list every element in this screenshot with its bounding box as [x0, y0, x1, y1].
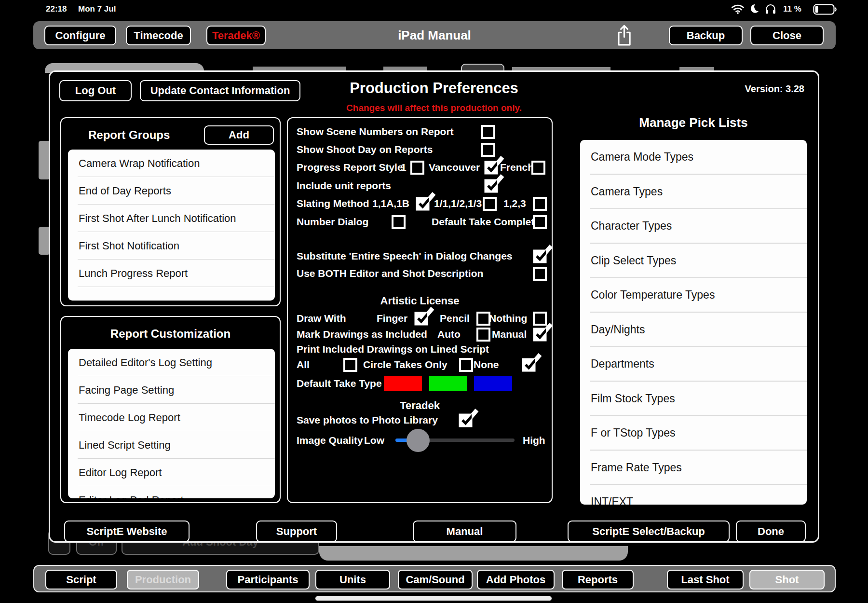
slating-1-1a-1b-checkbox[interactable] [415, 192, 436, 211]
scripte-website-button[interactable]: ScriptE Website [64, 521, 190, 542]
french-checkbox[interactable] [530, 156, 552, 175]
preferences-panel: Show Scene Numbers on Report Show Shoot … [287, 117, 553, 503]
pick-list-item[interactable]: Departments [580, 347, 807, 382]
report-customization-item[interactable]: Detailed Editor's Log Setting [68, 349, 275, 376]
teradek-section-title: Teradek [288, 399, 552, 412]
take-type-blue-swatch[interactable] [474, 376, 512, 391]
report-customization-item[interactable]: Editor Log Report [68, 459, 275, 486]
report-customization-title: Report Customization [61, 327, 280, 341]
slating-1-1a-1b-label: 1,1A,1B [372, 198, 409, 209]
manual-checkbox-label: Manual [492, 329, 527, 340]
background-window-bottom-fragment [319, 546, 628, 561]
auto-label: Auto [437, 329, 461, 340]
manual-button[interactable]: Manual [413, 521, 516, 542]
manual-checkbox[interactable] [532, 323, 553, 342]
add-report-group-button[interactable]: Add [204, 125, 274, 145]
save-photos-label: Save photos to Photo Library [297, 414, 438, 426]
image-quality-high-label: High [523, 435, 545, 446]
substitute-entire-speech-checkbox[interactable] [532, 245, 553, 264]
report-group-item[interactable]: First Shot Notification [68, 232, 275, 260]
report-customization-item-label: Timecode Log Report [79, 411, 180, 424]
vancouver-label: Vancouver [429, 162, 480, 173]
battery-icon [813, 4, 837, 17]
report-group-item-label: Camera Wrap Notification [79, 157, 200, 170]
style-1-label: 1 [401, 162, 407, 173]
pick-list-item[interactable]: Camera Mode Types [580, 140, 807, 175]
pick-list-item[interactable]: INT/EXT [580, 485, 807, 505]
use-both-editor-shot-checkbox[interactable] [532, 262, 553, 281]
support-label: Support [276, 525, 317, 538]
dialog-warning: Changes will affect this production only… [50, 103, 818, 113]
none-checkbox[interactable] [521, 353, 542, 372]
bottom-tab-button[interactable]: Last Shot [667, 570, 744, 589]
bottom-toolbar: ScriptProductionParticipantsUnitsCam/Sou… [33, 565, 836, 592]
report-customization-item[interactable]: Editor Log Pad Report [68, 486, 275, 498]
pick-list-item-label: Character Types [591, 219, 672, 233]
report-customization-item[interactable]: Lined Script Setting [68, 431, 275, 459]
backup-label: Backup [687, 29, 725, 42]
finger-checkbox[interactable] [413, 307, 434, 326]
share-icon[interactable] [615, 24, 633, 49]
scripte-select-backup-button[interactable]: ScriptE Select/Backup [568, 521, 730, 542]
report-group-item[interactable]: End of Day Reports [68, 177, 275, 205]
support-button[interactable]: Support [256, 521, 337, 542]
report-group-item[interactable]: Camera Wrap Notification [68, 150, 275, 177]
pick-list-item[interactable]: Character Types [580, 209, 807, 244]
pick-list-item[interactable]: Clip Select Types [580, 244, 807, 278]
show-shoot-day-checkbox[interactable] [480, 138, 502, 157]
slating-fractions-label: 1/1,1/2,1/3 [434, 198, 482, 209]
bottom-tab-button[interactable]: Reports [562, 570, 634, 589]
bottom-tab-button[interactable]: Cam/Sound [398, 570, 473, 589]
report-customization-item-label: Lined Script Setting [79, 439, 171, 452]
report-customization-item-label: Editor Log Report [79, 466, 162, 479]
circle-takes-only-label: Circle Takes Only [363, 359, 448, 370]
pick-list-item[interactable]: Day/Nights [580, 313, 807, 347]
default-take-complete-label: Default Take Complete [432, 216, 540, 228]
slating-1-2-3-checkbox[interactable] [532, 192, 553, 211]
pick-list-item[interactable]: Frame Rate Types [580, 451, 807, 485]
image-quality-slider[interactable] [395, 439, 515, 442]
none-label: None [474, 359, 499, 370]
bottom-tab-label: Reports [578, 574, 618, 586]
image-quality-thumb[interactable] [407, 429, 430, 452]
report-customization-panel: Report Customization Detailed Editor's L… [60, 316, 281, 503]
home-indicator[interactable] [315, 596, 552, 601]
bottom-tab-label: Production [135, 574, 191, 586]
bottom-tab-button[interactable]: Production [127, 570, 199, 589]
bottom-tab-label: Last Shot [681, 574, 729, 586]
bottom-tab-button[interactable]: Shot [749, 570, 825, 589]
default-take-type-label: Default Take Type [297, 378, 382, 389]
bottom-tab-button[interactable]: Participants [226, 570, 310, 589]
close-button[interactable]: Close [750, 26, 824, 45]
backup-button[interactable]: Backup [669, 26, 743, 45]
style-1-checkbox[interactable] [409, 156, 431, 175]
bottom-tab-button[interactable]: Script [45, 570, 117, 589]
pick-list-item-label: Day/Nights [591, 323, 645, 336]
bottom-tab-button[interactable]: Units [315, 570, 390, 589]
number-dialog-checkbox[interactable] [391, 210, 412, 230]
pencil-label: Pencil [440, 313, 470, 324]
pick-list-item[interactable]: Film Stock Types [580, 382, 807, 416]
artistic-license-title: Artistic License [288, 295, 552, 307]
report-customization-item[interactable]: Timecode Log Report [68, 404, 275, 431]
take-type-green-swatch[interactable] [429, 376, 467, 391]
slating-fractions-checkbox[interactable] [482, 192, 503, 211]
bottom-tab-button[interactable]: Add Photos [477, 570, 555, 589]
report-customization-item[interactable]: Facing Page Setting [68, 376, 275, 404]
include-unit-reports-checkbox[interactable] [483, 174, 504, 193]
pick-list-item[interactable]: Camera Types [580, 175, 807, 209]
pick-list-item-label: Color Temperature Types [591, 288, 715, 302]
show-scene-numbers-checkbox[interactable] [480, 120, 502, 139]
slating-1-2-3-label: 1,2,3 [503, 198, 526, 209]
pick-list-item[interactable]: Color Temperature Types [580, 278, 807, 313]
report-group-item[interactable]: Lunch Progress Report [68, 260, 275, 287]
save-photos-checkbox[interactable] [458, 409, 479, 428]
done-button[interactable]: Done [736, 521, 806, 542]
report-group-item[interactable]: First Shot After Lunch Notification [68, 205, 275, 232]
substitute-entire-speech-label: Substitute 'Entire Speech' in Dialog Cha… [297, 250, 513, 262]
pick-list-item[interactable]: F or TStop Types [580, 416, 807, 451]
default-take-complete-checkbox[interactable] [532, 210, 553, 230]
take-type-red-swatch[interactable] [384, 376, 422, 391]
all-checkbox[interactable] [342, 353, 364, 372]
report-groups-title: Report Groups [88, 128, 170, 142]
